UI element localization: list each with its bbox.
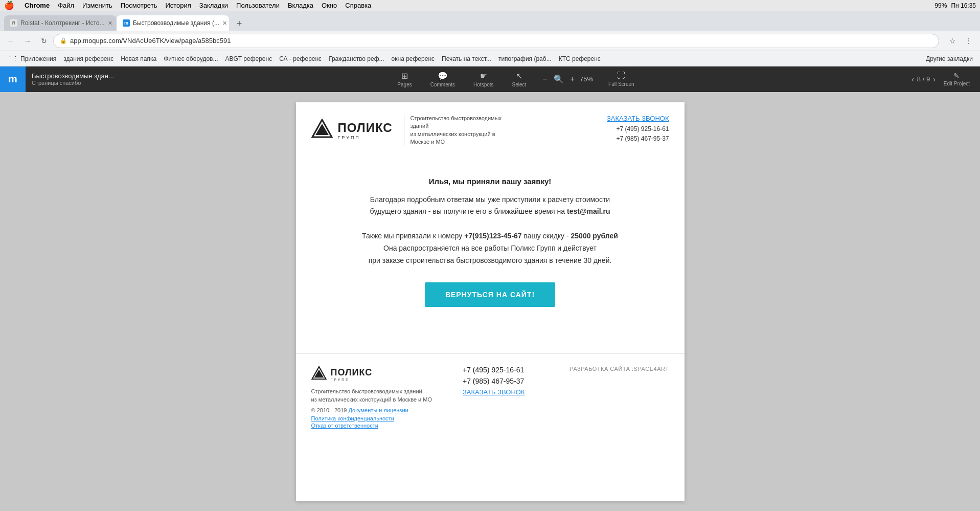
footer-copyright: © 2010 - 2019 Документы и лицензии: [311, 407, 432, 413]
text-email: test@mail.ru: [567, 207, 610, 215]
tab-close-roistat[interactable]: ✕: [108, 20, 112, 27]
edit-project-label: Edit Project: [944, 81, 970, 86]
page-separator: /: [923, 75, 926, 83]
bookmark-citizenship-label: Гражданство реф...: [329, 55, 384, 62]
promo-phone: +7(915)123-45-67: [464, 232, 521, 240]
tab-roistat[interactable]: R Roistat - Коллтрекинг - Исто... ✕: [4, 15, 117, 31]
bookmark-abgt[interactable]: ABGT референс: [222, 54, 276, 63]
zoom-value: 75%: [579, 75, 594, 83]
address-bar[interactable]: 🔒 app.moqups.com/VNdAcUe6TK/view/page/a5…: [53, 34, 939, 48]
bookmark-citizenship[interactable]: Гражданство реф...: [326, 54, 387, 63]
toolbar-select[interactable]: ↖ Select: [508, 69, 531, 90]
menu-history[interactable]: История: [165, 2, 191, 9]
toolbar-fullscreen[interactable]: ⛶ Full Screen: [604, 69, 639, 89]
footer-order-link[interactable]: ЗАКАЗАТЬ ЗВОНОК: [463, 388, 525, 396]
promo-line3: при заказе строительства быстровозводимо…: [327, 255, 654, 267]
toolbar-pages[interactable]: ⊞ Pages: [393, 69, 416, 90]
address-text: app.moqups.com/VNdAcUe6TK/view/page/a585…: [70, 37, 231, 45]
bookmark-folder[interactable]: Новая папка: [118, 54, 159, 63]
bookmark-apps[interactable]: ⋮⋮ Приложения: [4, 54, 59, 63]
bookmark-typo[interactable]: типография (раб...: [495, 54, 555, 63]
company-logo-icon: [311, 119, 333, 142]
logo-brand: ПОЛИКС: [338, 121, 393, 135]
bookmark-buildings-label: здания референс: [63, 55, 113, 62]
page-total: 9: [926, 75, 930, 83]
reload-button[interactable]: ↻: [37, 34, 51, 48]
apps-icon: ⋮⋮: [7, 55, 18, 62]
other-bookmarks[interactable]: Другие закладки: [923, 54, 976, 63]
menu-bookmarks[interactable]: Закладки: [199, 2, 228, 9]
forward-button[interactable]: →: [20, 34, 35, 48]
bookmark-print-label: Печать на текст...: [442, 55, 491, 62]
bookmark-windows[interactable]: окна референс: [389, 54, 438, 63]
bookmark-buildings[interactable]: здания референс: [60, 54, 117, 63]
bookmark-windows-label: окна референс: [392, 55, 435, 62]
bookmark-ca[interactable]: СА - референс: [276, 54, 325, 63]
logo-area: ПОЛИКС ГРУПП Строительство быстровозводи…: [311, 115, 513, 146]
header-order-link[interactable]: ЗАКАЗАТЬ ЗВОНОК: [607, 115, 669, 122]
page-navigation: ‹ 8 / 9 ›: [911, 75, 936, 83]
footer-dev-credit: РАЗРАБОТКА САЙТА :SPACE4ART: [569, 366, 669, 372]
star-button[interactable]: ☆: [945, 34, 960, 48]
cta-button[interactable]: ВЕРНУТЬСЯ НА САЙТ!: [425, 282, 555, 307]
next-page-button[interactable]: ›: [933, 75, 936, 83]
page-indicator: 8 / 9: [917, 75, 930, 83]
edit-project-button[interactable]: ✎ Edit Project: [940, 70, 974, 88]
zoom-out-button[interactable]: −: [540, 75, 549, 84]
nav-right: ☆ ⋮: [945, 34, 976, 48]
thank-you-promo: Также мы привязали к номеру +7(915)123-4…: [327, 230, 654, 266]
menu-edit[interactable]: Изменить: [82, 2, 112, 9]
footer-contacts: +7 (495) 925-16-61 +7 (985) 467-95-37 ЗА…: [463, 366, 525, 396]
back-button[interactable]: ←: [4, 34, 18, 48]
menu-chrome[interactable]: Chrome: [25, 2, 50, 9]
copyright-text: © 2010 - 2019: [311, 407, 347, 413]
footer-phone1: +7 (495) 925-16-61: [463, 366, 525, 374]
apple-menu[interactable]: 🍎: [4, 1, 14, 10]
bookmark-fitness[interactable]: Фитнес оборудов...: [161, 54, 221, 63]
prev-page-button[interactable]: ‹: [911, 75, 914, 83]
footer-logo-brand: ПОЛИКС: [331, 367, 373, 378]
comments-label: Comments: [430, 82, 455, 87]
pages-label: Pages: [397, 82, 412, 87]
tab-bar: R Roistat - Коллтрекинг - Исто... ✕ m Бы…: [0, 11, 980, 31]
pages-icon: ⊞: [401, 71, 408, 81]
footer-disclaimer-link[interactable]: Отказ от ответственности: [311, 423, 432, 429]
tab-label-roistat: Roistat - Коллтрекинг - Исто...: [20, 19, 105, 27]
page-canvas: ПОЛИКС ГРУПП Строительство быстровозводи…: [296, 102, 685, 501]
app-toolbar: ⊞ Pages 💬 Comments ☛ Hotspots ↖ Select −…: [120, 69, 911, 90]
app-project-info: Быстровозводимые здан... Страницы спасиб…: [26, 72, 120, 86]
menu-file[interactable]: Файл: [58, 2, 74, 9]
footer-docs-link[interactable]: Документы и лицензии: [348, 407, 408, 413]
footer-tagline: Строительство быстровозводимых зданий из…: [311, 387, 432, 404]
tab-moqups[interactable]: m Быстровозводимые здания (... ✕: [117, 15, 229, 31]
new-tab-button[interactable]: +: [232, 16, 246, 31]
menu-people[interactable]: Пользователи: [236, 2, 280, 9]
bookmark-ktc[interactable]: КТС референс: [556, 54, 604, 63]
footer-logo-sub: ГРУПП: [331, 378, 373, 382]
bookmark-folder-label: Новая папка: [121, 55, 156, 62]
app-right: ‹ 8 / 9 › ✎ Edit Project: [911, 70, 980, 88]
zoom-in-button[interactable]: +: [568, 75, 577, 84]
menu-window[interactable]: Окно: [322, 2, 337, 9]
menu-tab[interactable]: Вкладка: [288, 2, 313, 9]
thank-you-text: Благодаря подробным ответам мы уже прист…: [327, 194, 654, 218]
menu-help[interactable]: Справка: [345, 2, 371, 9]
page-header: ПОЛИКС ГРУПП Строительство быстровозводи…: [296, 102, 685, 157]
tagline-line1: Строительство быстровозводимых зданий: [411, 115, 502, 129]
header-phone2: +7 (985) 467-95-37: [607, 134, 669, 144]
thank-you-title: Илья, мы приняли вашу заявку!: [327, 177, 654, 186]
app-logo-text: m: [8, 73, 17, 85]
extensions-button[interactable]: ⋮: [962, 34, 976, 48]
comments-icon: 💬: [438, 71, 448, 81]
tab-close-moqups[interactable]: ✕: [222, 20, 227, 27]
toolbar-comments[interactable]: 💬 Comments: [426, 69, 459, 90]
tagline-line2: из металлических конструкций в Москве и …: [411, 131, 495, 145]
footer-privacy-link[interactable]: Политика конфиденциальности: [311, 415, 432, 421]
zoom-search-icon: 🔍: [552, 74, 566, 84]
logo-sub: ГРУПП: [338, 135, 393, 140]
toolbar-hotspots[interactable]: ☛ Hotspots: [469, 69, 497, 90]
browser-nav: ← → ↻ 🔒 app.moqups.com/VNdAcUe6TK/view/p…: [0, 31, 980, 51]
bookmark-print[interactable]: Печать на текст...: [439, 54, 494, 63]
footer-tagline-line1: Строительство быстровозводимых зданий: [311, 388, 422, 394]
menu-view[interactable]: Посмотреть: [121, 2, 157, 9]
